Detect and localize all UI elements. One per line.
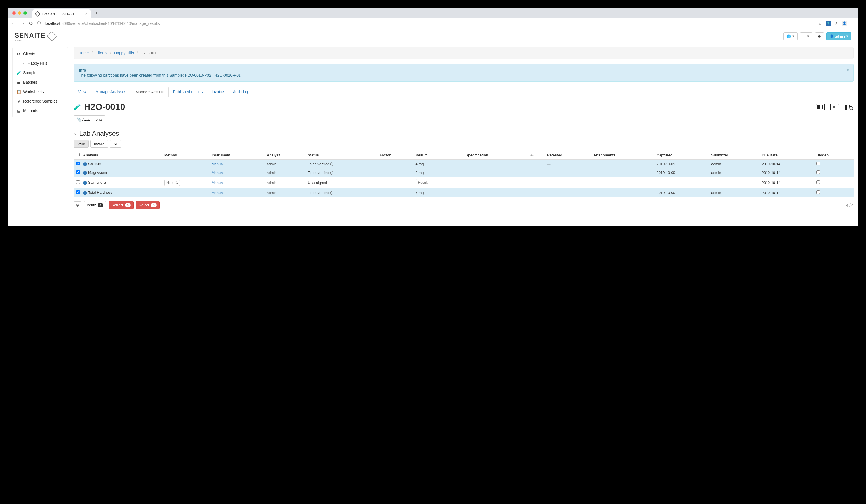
hidden-checkbox[interactable] (816, 180, 820, 184)
sidebar-item-reference-samples[interactable]: ⚲Reference Samples (13, 96, 68, 106)
specification-cell (464, 188, 529, 197)
submitter-cell: admin (710, 160, 760, 168)
logo[interactable]: SENAITE LIMS (14, 32, 56, 41)
info-icon[interactable]: i (83, 171, 87, 175)
result-input[interactable] (416, 179, 432, 186)
column-header: Due Date (760, 150, 815, 160)
language-button[interactable]: 🌐 ▼ (784, 32, 798, 41)
row-checkbox[interactable] (76, 162, 80, 165)
close-window-icon[interactable] (12, 11, 15, 15)
breadcrumb-clients[interactable]: Clients (96, 51, 108, 55)
hidden-checkbox[interactable] (816, 162, 820, 165)
tab-manage-results[interactable]: Manage Results (131, 87, 168, 97)
breadcrumb-home[interactable]: Home (78, 51, 89, 55)
diamond-icon (330, 162, 334, 166)
retract-button[interactable]: Retract3 (109, 201, 134, 209)
attachments-button[interactable]: 📎 Attachments (74, 115, 106, 124)
row-checkbox[interactable] (76, 170, 80, 174)
new-tab-button[interactable]: + (91, 10, 102, 16)
barcode-large-icon[interactable] (816, 104, 825, 110)
settings-button[interactable]: ⚙ (815, 32, 824, 41)
instrument-link[interactable]: Manual (212, 171, 224, 175)
instrument-link[interactable]: Manual (212, 181, 224, 185)
sidebar-item-happy-hills[interactable]: ›Happy Hills (13, 59, 68, 68)
hidden-checkbox[interactable] (816, 191, 820, 194)
back-button[interactable]: ← (11, 20, 16, 26)
column-header: Captured (655, 150, 710, 160)
barcode-search-icon[interactable] (845, 104, 854, 110)
extension-icon[interactable]: ❋ (826, 21, 831, 26)
address-bar[interactable]: localhost:8080/senaite/clients/client-10… (45, 21, 814, 26)
sidebar-item-batches[interactable]: ☰Batches (13, 78, 68, 87)
row-checkbox[interactable] (76, 180, 80, 184)
instrument-link[interactable]: Manual (212, 162, 224, 166)
instrument-link[interactable]: Manual (212, 191, 224, 195)
filter-all[interactable]: All (110, 140, 121, 148)
user-menu-button[interactable]: 👤 admin ▼ (826, 32, 852, 41)
tab-audit-log[interactable]: Audit Log (229, 87, 254, 97)
analysis-name: Magnesium (88, 170, 107, 174)
info-icon[interactable]: i (83, 191, 87, 195)
breadcrumb-client[interactable]: Happy Hills (114, 51, 134, 55)
tab-published-results[interactable]: Published results (168, 87, 207, 97)
analyst-cell: admin (265, 188, 306, 197)
factor-cell: 1 (378, 188, 414, 197)
reload-button[interactable]: ⟳ (29, 20, 33, 26)
tab-invoice[interactable]: Invoice (207, 87, 228, 97)
filter-invalid[interactable]: Invalid (90, 140, 108, 148)
verify-button[interactable]: Verify3 (84, 201, 106, 209)
close-tab-icon[interactable]: × (85, 12, 88, 16)
menu-icon[interactable]: ⋮ (851, 21, 855, 26)
attachments-cell (592, 168, 655, 177)
captured-cell (655, 177, 710, 188)
column-header: Method (163, 150, 210, 160)
minimize-window-icon[interactable] (18, 11, 21, 15)
sidebar-item-clients[interactable]: 🗂Clients (13, 49, 68, 59)
layers-icon: ☰ (16, 80, 21, 84)
table-row: iMagnesiumManualadminTo be verified2 mg—… (74, 168, 854, 177)
info-icon[interactable]: i (83, 181, 87, 185)
close-alert-icon[interactable]: × (846, 67, 850, 73)
column-header: Analyst (265, 150, 306, 160)
star-icon[interactable]: ☆ (818, 21, 822, 26)
analysis-name: Calcium (88, 162, 101, 166)
extension-icon[interactable]: ◷ (835, 21, 838, 26)
sidebar-item-methods[interactable]: ▤Methods (13, 106, 68, 115)
hidden-checkbox[interactable] (816, 170, 820, 174)
site-info-icon[interactable]: ⓘ (37, 21, 41, 26)
analyst-cell: admin (265, 177, 306, 188)
forward-button[interactable]: → (20, 20, 25, 26)
column-header: Hidden (815, 150, 854, 160)
breadcrumb: Home/ Clients/ Happy Hills/ H2O-0010 (74, 47, 854, 59)
sidebar-item-worksheets[interactable]: 📋Worksheets (13, 87, 68, 96)
analyses-table: AnalysisMethodInstrumentAnalystStatusFac… (74, 150, 854, 197)
factor-cell (378, 168, 414, 177)
column-header: Analysis (81, 150, 163, 160)
profile-icon[interactable]: 👤 (842, 21, 847, 26)
tab-title: H2O-0010 — SENAITE (42, 12, 83, 16)
clipboard-icon: 📋 (16, 90, 21, 94)
specification-cell (464, 177, 529, 188)
vial-icon: 🧪 (16, 70, 21, 75)
alert-title: Info (79, 68, 848, 72)
section-heading: ↘Lab Analyses (74, 130, 854, 137)
app-header: SENAITE LIMS 🌐 ▼ ⠿ ▼ ⚙ 👤 admin ▼ (8, 28, 858, 44)
method-cell (163, 188, 210, 197)
row-checkbox[interactable] (76, 191, 80, 194)
table-row: iTotal HardnessManualadminTo be verified… (74, 188, 854, 197)
tab-view[interactable]: View (74, 87, 91, 97)
method-select[interactable]: None ⇅ (164, 180, 180, 186)
sidebar-item-samples[interactable]: 🧪Samples (13, 68, 68, 78)
reject-button[interactable]: Reject3 (136, 201, 159, 209)
browser-tab-bar: H2O-0010 — SENAITE × + (8, 8, 858, 19)
apps-button[interactable]: ⠿ ▼ (800, 32, 812, 41)
info-icon[interactable]: i (83, 162, 87, 166)
clear-selection-button[interactable]: ⊘ (74, 201, 81, 209)
filter-valid[interactable]: Valid (74, 140, 89, 148)
tab-manage-analyses[interactable]: Manage Analyses (91, 87, 131, 97)
browser-toolbar: ← → ⟳ ⓘ localhost:8080/senaite/clients/c… (8, 19, 858, 28)
barcode-small-icon[interactable] (830, 104, 839, 110)
browser-tab[interactable]: H2O-0010 — SENAITE × (32, 10, 91, 19)
select-all-checkbox[interactable] (76, 153, 79, 157)
maximize-window-icon[interactable] (23, 11, 27, 15)
